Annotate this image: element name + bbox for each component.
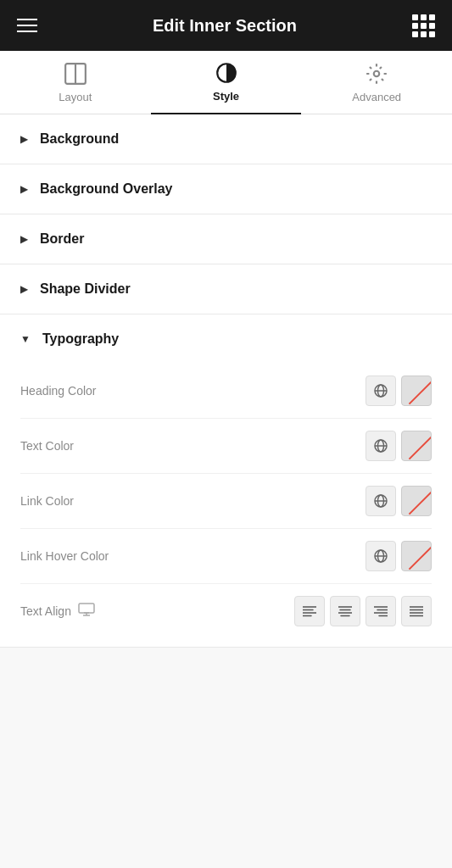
background-overlay-section-title: Background Overlay: [40, 181, 173, 197]
text-color-swatch[interactable]: [401, 431, 432, 461]
grid-menu-icon[interactable]: [412, 14, 435, 37]
layout-tab-icon: [64, 62, 87, 86]
heading-color-label: Heading Color: [20, 384, 97, 398]
text-color-row: Text Color: [20, 419, 432, 474]
typography-header[interactable]: ▼ Typography: [0, 314, 452, 364]
text-color-controls: [366, 431, 432, 461]
background-arrow-icon: ▶: [20, 133, 28, 145]
border-section-title: Border: [40, 231, 84, 247]
text-color-globe-button[interactable]: [366, 431, 396, 461]
background-overlay-arrow-icon: ▶: [20, 183, 28, 195]
text-align-label: Text Align: [20, 603, 95, 620]
shape-divider-section[interactable]: ▶ Shape Divider: [0, 264, 452, 314]
link-hover-color-label: Link Hover Color: [20, 549, 109, 563]
border-section[interactable]: ▶ Border: [0, 214, 452, 264]
text-align-row: Text Align: [20, 584, 432, 638]
svg-point-3: [374, 70, 379, 75]
shape-divider-arrow-icon: ▶: [20, 283, 28, 295]
link-color-swatch[interactable]: [401, 486, 432, 516]
heading-color-row: Heading Color: [20, 364, 432, 419]
link-hover-color-controls: [366, 541, 432, 571]
sections-list: ▶ Background ▶ Background Overlay ▶ Bord…: [0, 114, 452, 868]
shape-divider-section-title: Shape Divider: [40, 281, 131, 297]
hamburger-menu-icon[interactable]: [17, 19, 37, 32]
tab-style[interactable]: Style: [151, 61, 302, 114]
text-align-controls: [294, 596, 432, 626]
background-overlay-section[interactable]: ▶ Background Overlay: [0, 164, 452, 214]
link-hover-color-swatch[interactable]: [401, 541, 432, 571]
link-hover-color-row: Link Hover Color: [20, 529, 432, 584]
align-right-button[interactable]: [366, 596, 396, 626]
page-title: Edit Inner Section: [153, 16, 297, 36]
heading-color-swatch[interactable]: [401, 376, 432, 406]
tab-advanced[interactable]: Advanced: [301, 62, 452, 114]
border-arrow-icon: ▶: [20, 233, 28, 245]
typography-section-title: Typography: [42, 331, 119, 347]
typography-arrow-icon: ▼: [20, 333, 31, 345]
text-color-label: Text Color: [20, 439, 74, 453]
heading-color-controls: [366, 376, 432, 406]
link-color-label: Link Color: [20, 494, 74, 508]
layout-tab-label: Layout: [59, 91, 92, 103]
typography-content: Heading Color Text C: [0, 364, 452, 647]
link-hover-color-globe-button[interactable]: [366, 541, 396, 571]
align-center-button[interactable]: [330, 596, 360, 626]
tabs-bar: Layout Style Advanced: [0, 51, 452, 114]
heading-color-globe-button[interactable]: [366, 376, 396, 406]
advanced-tab-label: Advanced: [352, 91, 401, 103]
advanced-tab-icon: [365, 62, 388, 86]
link-color-row: Link Color: [20, 474, 432, 529]
style-tab-label: Style: [213, 90, 239, 103]
link-color-controls: [366, 486, 432, 516]
background-section[interactable]: ▶ Background: [0, 114, 452, 164]
tab-layout[interactable]: Layout: [0, 62, 151, 114]
app-container: Edit Inner Section Layout: [0, 0, 452, 868]
background-section-title: Background: [40, 131, 119, 147]
align-justify-button[interactable]: [401, 596, 432, 626]
link-color-globe-button[interactable]: [366, 486, 396, 516]
header: Edit Inner Section: [0, 0, 452, 51]
svg-rect-16: [79, 604, 94, 613]
typography-section: ▼ Typography Heading Color: [0, 314, 452, 648]
text-align-monitor-icon: [78, 603, 95, 620]
align-left-button[interactable]: [294, 596, 325, 626]
style-tab-icon: [215, 61, 238, 85]
